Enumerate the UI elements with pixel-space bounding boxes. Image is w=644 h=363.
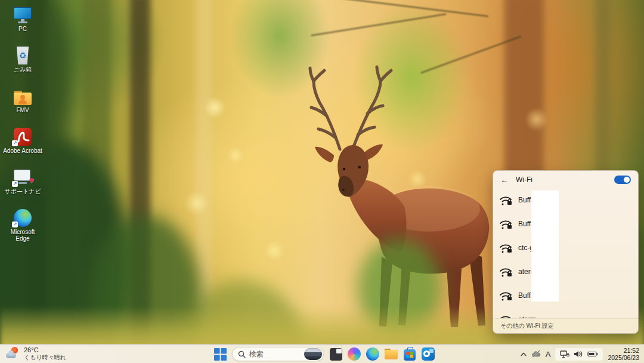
taskbar-center: 検索 xyxy=(213,347,435,361)
recycle-bin-icon: ♻︎ xyxy=(16,47,30,64)
wifi-network-row[interactable]: Buffalo xyxy=(493,188,638,212)
clock-date: 2025/06/23 xyxy=(608,354,639,361)
shortcut-arrow-icon: ↗︎ xyxy=(12,140,18,146)
wifi-network-row[interactable]: Buffalo xyxy=(493,212,638,236)
desktop-icon-label: Adobe Acrobat xyxy=(3,147,42,154)
wifi-secured-icon xyxy=(499,194,513,206)
search-box[interactable]: 検索 xyxy=(232,347,324,361)
edge-button[interactable] xyxy=(366,347,379,361)
monitor-heart-icon: ♥︎ ↗︎ xyxy=(14,170,32,186)
pc-monitor-icon xyxy=(14,7,32,24)
search-placeholder: 検索 xyxy=(249,349,301,359)
edge-icon: ↗︎ xyxy=(14,209,32,227)
desktop-icon-column: PC ♻︎ ごみ箱 FMV ↗︎ Adobe Acrobat ♥︎ xyxy=(3,4,42,247)
system-tray: A 21:52 20 xyxy=(521,344,642,363)
acrobat-icon: ↗︎ xyxy=(14,128,32,146)
wifi-secured-icon xyxy=(499,218,513,230)
wifi-network-row[interactable]: Buffalo xyxy=(493,284,638,307)
clock-time: 21:52 xyxy=(608,347,639,354)
file-explorer-button[interactable] xyxy=(385,347,398,361)
folder-person-icon xyxy=(14,91,32,105)
chevron-up-icon xyxy=(521,352,527,356)
weather-temp: 26°C xyxy=(24,346,66,354)
back-arrow-icon[interactable]: ← xyxy=(500,176,509,184)
microsoft-store-icon xyxy=(404,349,416,361)
weather-widget[interactable]: 26°C くもり時々晴れ xyxy=(6,346,66,361)
shortcut-arrow-icon: ↗︎ xyxy=(12,222,18,227)
redaction-overlay xyxy=(531,190,559,302)
tray-chevron-button[interactable] xyxy=(521,347,527,361)
wifi-more-settings-link[interactable]: その他の Wi-Fi 設定 xyxy=(493,318,638,333)
wifi-secured-icon xyxy=(499,242,513,254)
wifi-flyout-panel: ← Wi-Fi Buffalo Buffalo ctc-g- aterm- xyxy=(493,170,639,334)
volume-icon xyxy=(574,350,583,358)
weather-condition: くもり時々晴れ xyxy=(24,354,66,361)
search-highlight-image[interactable] xyxy=(304,348,322,360)
wifi-toggle[interactable] xyxy=(614,176,631,184)
shortcut-arrow-icon: ↗︎ xyxy=(12,181,18,187)
outlook-icon xyxy=(422,347,435,361)
desktop-icon-label: PC xyxy=(18,26,27,32)
battery-icon xyxy=(587,351,598,357)
desktop-icon-support-navi[interactable]: ♥︎ ↗︎ サポートナビ xyxy=(3,166,42,207)
file-explorer-icon xyxy=(385,349,398,359)
wifi-panel-title: Wi-Fi xyxy=(516,176,532,184)
desktop-icon-label: サポートナビ xyxy=(4,188,41,195)
wifi-panel-header: ← Wi-Fi xyxy=(493,171,638,189)
onedrive-status-button[interactable] xyxy=(531,347,541,361)
outlook-button[interactable] xyxy=(422,347,435,361)
wifi-network-list: Buffalo Buffalo ctc-g- aterm- Buffalo at… xyxy=(493,188,638,320)
microsoft-store-button[interactable] xyxy=(403,347,416,361)
desktop-icon-fmv[interactable]: FMV xyxy=(3,85,42,125)
desktop-icon-label: ごみ箱 xyxy=(14,66,32,73)
desktop: PC ♻︎ ごみ箱 FMV ↗︎ Adobe Acrobat ♥︎ xyxy=(0,0,644,363)
wifi-secured-icon xyxy=(499,266,513,278)
copilot-icon xyxy=(348,347,361,361)
cloud-off-icon xyxy=(531,350,541,358)
search-icon xyxy=(238,350,246,358)
desktop-icon-pc[interactable]: PC xyxy=(3,4,42,44)
clock[interactable]: 21:52 2025/06/23 xyxy=(608,347,642,361)
wifi-secured-icon xyxy=(499,290,513,302)
desktop-icon-recycle-bin[interactable]: ♻︎ ごみ箱 xyxy=(3,44,42,85)
dark-window-icon xyxy=(330,348,342,361)
weather-icon xyxy=(6,347,20,360)
heart-icon: ♥︎ xyxy=(29,176,34,185)
wifi-network-row[interactable]: ctc-g- xyxy=(493,236,638,260)
desktop-icon-acrobat[interactable]: ↗︎ Adobe Acrobat xyxy=(3,125,42,166)
desktop-icon-edge[interactable]: ↗︎ Microsoft Edge xyxy=(3,207,42,247)
network-display-icon xyxy=(560,350,569,358)
taskbar-app-dark-window[interactable] xyxy=(329,347,342,361)
wifi-network-row[interactable]: aterm- xyxy=(493,260,638,284)
toggle-knob xyxy=(624,177,630,183)
taskbar: 26°C くもり時々晴れ 検索 xyxy=(0,344,644,363)
start-button[interactable] xyxy=(213,347,227,361)
copilot-button[interactable] xyxy=(348,347,361,361)
desktop-icon-label: Microsoft Edge xyxy=(3,229,42,242)
windows-logo-icon xyxy=(214,348,227,361)
ime-mode-button[interactable]: A xyxy=(546,347,551,361)
quick-settings-button[interactable] xyxy=(555,348,603,361)
edge-icon xyxy=(366,347,379,361)
desktop-icon-label: FMV xyxy=(16,107,29,113)
